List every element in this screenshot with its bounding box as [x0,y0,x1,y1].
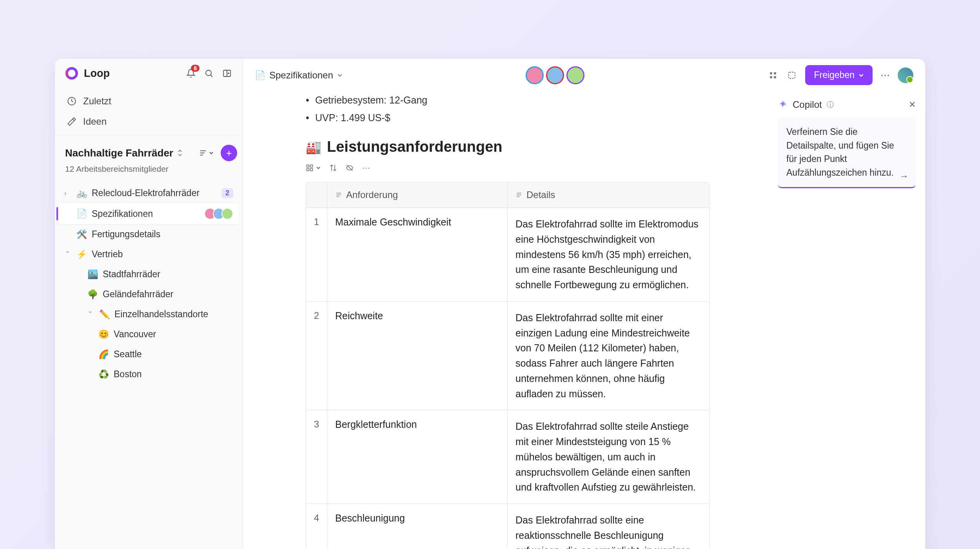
tree-item-seattle[interactable]: 🌈 Seattle [59,344,239,364]
tree-icon: 🌳 [87,289,98,300]
copilot-panel: Copilot ⓘ ✕ Verfeinern Sie die Detailspa… [768,91,925,549]
panel-toggle-button[interactable] [221,68,232,79]
svg-rect-20 [310,169,313,171]
apps-icon[interactable] [768,70,779,81]
nav-recent[interactable]: Zuletzt [60,91,237,111]
search-button[interactable] [203,68,214,79]
svg-rect-17 [307,165,309,167]
nav-ideas[interactable]: Ideen [60,111,237,132]
svg-point-14 [770,76,772,78]
chevron-right-icon: › [64,190,71,197]
collaborator-avatars [207,208,233,220]
breadcrumb[interactable]: 📄 Spezifikationen [255,70,343,81]
list-view-toggle[interactable] [199,149,214,157]
notification-badge: 8 [191,65,200,72]
workspace-title[interactable]: Nachhaltige Fahrräder [65,147,173,159]
face-icon: 😊 [98,329,109,340]
svg-point-15 [774,76,776,78]
sort-button[interactable] [329,164,337,172]
component-icon[interactable] [786,70,797,81]
presence-avatars[interactable] [526,66,584,84]
more-button[interactable]: ⋯ [880,70,890,81]
document-icon: 📄 [255,70,265,80]
chevron-down-icon: › [64,251,71,258]
item-count-badge: 2 [221,188,233,198]
svg-line-3 [211,75,212,77]
workspace-members: 12 Arbeitsbereichsmitglieder [65,164,237,174]
svg-rect-19 [307,169,309,171]
table-row[interactable]: 2 Reichweite Das Elektrofahrrad sollte m… [306,302,709,411]
section-title: Leistungsanforderungen [327,138,503,155]
tree-item-relecloud[interactable]: › 🚲 Relecloud-Elektrofahrräder 2 [59,183,239,203]
submit-arrow-icon[interactable]: → [899,171,909,182]
tree-item-boston[interactable]: ♻️ Boston [59,364,239,384]
svg-point-12 [770,73,772,74]
notifications-button[interactable]: 8 [185,68,196,79]
tools-icon: 🛠️ [76,229,87,240]
add-page-button[interactable]: + [221,145,237,161]
tree-item-stadt[interactable]: 🏙️ Stadtfahrräder [59,264,239,284]
column-header-anforderung[interactable]: Anforderung [327,182,508,207]
svg-point-13 [774,73,776,74]
chevron-down-icon [337,73,343,78]
svg-point-2 [206,70,211,76]
factory-icon: 🏭 [306,140,321,155]
bolt-icon: ⚡ [76,249,87,260]
copilot-title: Copilot [793,99,822,110]
requirements-table: Anforderung Details 1 Maximale Geschwind… [306,182,710,549]
info-icon[interactable]: ⓘ [827,100,834,109]
chevron-down-icon: › [87,311,94,318]
app-name: Loop [84,67,180,80]
loop-logo [65,67,78,80]
pencil-icon: ✏️ [99,309,110,320]
view-options-button[interactable] [306,164,321,172]
avatar[interactable] [546,66,564,84]
tree-item-einzelhandel[interactable]: › ✏️ Einzelhandelsstandorte [59,304,239,324]
table-row[interactable]: 3 Bergkletterfunktion Das Elektrofahrrad… [306,410,709,504]
spec-bullets: Getriebesystem: 12-Gang UVP: 1.499 US-$ [306,91,745,127]
tree-item-gelaende[interactable]: 🌳 Geländefahrräder [59,284,239,304]
user-avatar[interactable] [898,67,913,83]
svg-rect-18 [310,165,313,167]
bike-icon: 🚲 [76,188,87,198]
close-icon[interactable]: ✕ [909,100,916,110]
city-icon: 🏙️ [87,269,98,280]
recycle-icon: ♻️ [98,369,109,380]
page-icon: 📄 [76,209,87,219]
clock-icon [67,96,77,106]
tree-item-vancouver[interactable]: 😊 Vancouver [59,324,239,344]
tree-item-fertigung[interactable]: 🛠️ Fertigungsdetails [59,224,239,244]
avatar[interactable] [526,66,544,84]
copilot-icon [778,100,788,110]
copilot-prompt-card[interactable]: Verfeinern Sie die Detailspalte, und füg… [778,117,916,188]
page-title: Spezifikationen [269,70,333,81]
hide-button[interactable] [346,164,354,172]
tree-item-vertrieb[interactable]: › ⚡ Vertrieb [59,244,239,264]
rainbow-icon: 🌈 [98,349,109,360]
table-row[interactable]: 1 Maximale Geschwindigkeit Das Elektrofa… [306,208,709,302]
copilot-prompt-text: Verfeinern Sie die Detailspalte, und füg… [786,125,907,179]
workspace-switcher-icon[interactable] [177,149,183,157]
avatar[interactable] [566,66,584,84]
svg-rect-16 [789,72,795,78]
share-button[interactable]: Freigeben [805,65,873,85]
table-row[interactable]: 4 Beschleunigung Das Elektrofahrrad soll… [306,504,709,549]
pen-icon [67,116,77,127]
column-header-details[interactable]: Details [508,182,709,207]
tree-item-spezifikationen[interactable]: 📄 Spezifikationen [59,203,239,224]
table-more-button[interactable]: ⋯ [362,163,370,173]
